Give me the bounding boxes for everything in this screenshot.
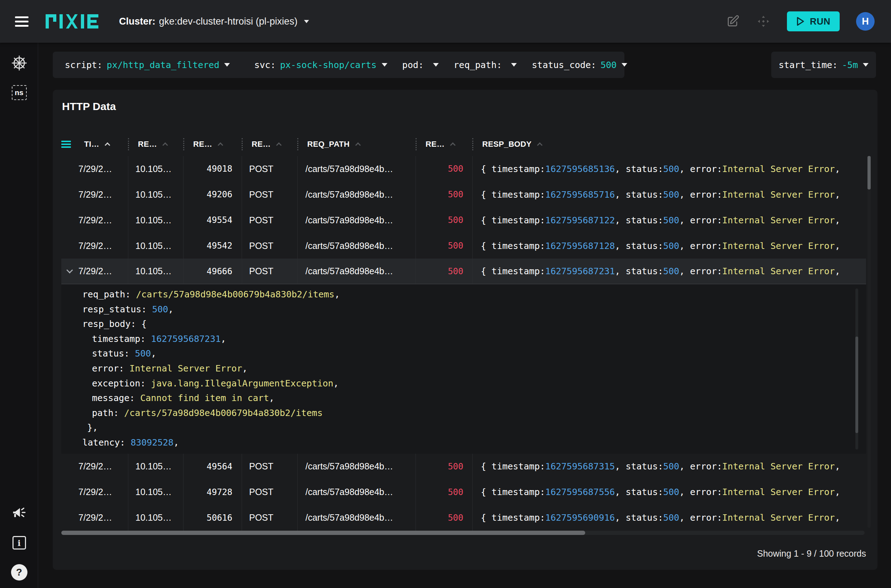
- cell-resp-body: { timestamp: 1627595687315, status: 500,…: [472, 454, 866, 479]
- cell-remote-addr: 10.105…: [128, 182, 183, 207]
- scrollbar-thumb[interactable]: [855, 336, 858, 433]
- announcements-icon[interactable]: [0, 505, 38, 521]
- pod-dropdown[interactable]: pod:: [403, 60, 439, 70]
- status-code-value: 500: [601, 60, 617, 70]
- hamburger-menu-icon[interactable]: [15, 14, 29, 29]
- table-row[interactable]: 7/29/2… 10.105… 49206 POST /carts/57a98d…: [61, 182, 866, 207]
- column-divider[interactable]: [416, 138, 417, 150]
- cell-req-path: /carts/57a98d98e4b…: [297, 233, 416, 259]
- json-number: 1627595687315: [545, 461, 615, 471]
- json-number: 500: [135, 348, 151, 358]
- run-button[interactable]: RUN: [787, 11, 840, 32]
- start-time-dropdown[interactable]: start_time: -5m: [771, 52, 876, 78]
- namespace-icon[interactable]: ns: [0, 85, 38, 100]
- table-row[interactable]: 7/29/2… 10.105… 49018 POST /carts/57a98d…: [61, 156, 866, 182]
- table-vertical-scrollbar[interactable]: [867, 156, 871, 528]
- row-expander[interactable]: [61, 479, 78, 505]
- col-label: RESP_BODY: [482, 140, 531, 149]
- col-header-resp-status[interactable]: RE…: [416, 135, 472, 153]
- detail-line: error: Internal Server Error,: [61, 361, 866, 376]
- chevron-down-icon: [382, 63, 388, 67]
- table-row[interactable]: 7/29/2… 10.105… 49666 POST /carts/57a98d…: [61, 259, 866, 284]
- json-text: , status:: [615, 461, 663, 471]
- avatar[interactable]: H: [856, 12, 874, 31]
- json-number: 500: [663, 513, 679, 523]
- json-number: 500: [663, 461, 679, 471]
- cluster-value: gke:dev-cluster-htroisi (pl-pixies): [159, 16, 298, 27]
- table-row[interactable]: 7/29/2… 10.105… 49554 POST /carts/57a98d…: [61, 207, 866, 233]
- cell-remote-addr: 10.105…: [128, 505, 183, 531]
- column-divider[interactable]: [297, 138, 298, 150]
- cluster-selector[interactable]: Cluster: gke:dev-cluster-htroisi (pl-pix…: [119, 16, 309, 27]
- script-dropdown[interactable]: script: px/http_data_filtered: [65, 60, 230, 70]
- json-text: ,: [334, 289, 340, 300]
- scrollbar-thumb[interactable]: [867, 156, 871, 189]
- records-count: Showing 1 - 9 / 100 records: [757, 549, 866, 559]
- table-menu-icon[interactable]: [61, 135, 78, 153]
- cell-req-method: POST: [242, 505, 297, 531]
- row-expander[interactable]: [61, 233, 78, 259]
- table-row[interactable]: 7/29/2… 10.105… 50616 POST /carts/57a98d…: [61, 505, 866, 531]
- json-text: exception:: [92, 378, 151, 388]
- cell-resp-status: 500: [416, 454, 472, 479]
- widgets-move-icon[interactable]: [756, 14, 771, 28]
- col-header-time[interactable]: TI…: [78, 135, 128, 153]
- json-string: java.lang.IllegalArgumentException: [151, 378, 334, 388]
- cell-time: 7/29/2…: [78, 454, 128, 479]
- cell-resp-status: 500: [416, 156, 472, 182]
- json-text: ,: [835, 266, 840, 276]
- edit-script-icon[interactable]: [726, 14, 740, 28]
- column-divider[interactable]: [472, 138, 473, 150]
- column-divider[interactable]: [183, 138, 184, 150]
- table-row[interactable]: 7/29/2… 10.105… 49728 POST /carts/57a98d…: [61, 479, 866, 505]
- cell-resp-status: 500: [416, 505, 472, 531]
- detail-scrollbar[interactable]: [855, 288, 858, 450]
- req-path-dropdown[interactable]: req_path:: [454, 60, 517, 70]
- scrollbar-thumb[interactable]: [61, 531, 585, 535]
- json-string: Internal Server Error: [722, 189, 835, 200]
- chevron-down-icon[interactable]: [66, 267, 73, 273]
- chevron-down-icon: [511, 63, 517, 67]
- json-text: ,: [151, 348, 156, 358]
- svc-dropdown[interactable]: svc: px-sock-shop/carts: [254, 60, 387, 70]
- col-header-resp-body[interactable]: RESP_BODY: [472, 135, 866, 153]
- json-number: 500: [663, 164, 679, 174]
- col-header-remote-addr[interactable]: RE…: [128, 135, 183, 153]
- json-text: resp_status:: [82, 304, 152, 315]
- row-expander[interactable]: [61, 505, 78, 531]
- cell-resp-status: 500: [416, 207, 472, 233]
- chevron-down-icon: [863, 63, 868, 67]
- json-string: Internal Server Error: [722, 487, 835, 497]
- col-header-req-method[interactable]: RE…: [242, 135, 297, 153]
- cell-resp-status: 500: [416, 233, 472, 259]
- json-string: Internal Server Error: [722, 215, 835, 225]
- json-text: { timestamp:: [481, 241, 545, 251]
- row-expander[interactable]: [61, 182, 78, 207]
- json-text: ,: [835, 189, 840, 200]
- col-header-remote-port[interactable]: RE…: [183, 135, 242, 153]
- help-icon[interactable]: ?: [0, 564, 38, 580]
- json-number: 500: [663, 487, 679, 497]
- row-expander[interactable]: [61, 156, 78, 182]
- cell-remote-port: 49542: [183, 233, 242, 259]
- table-row[interactable]: 7/29/2… 10.105… 49564 POST /carts/57a98d…: [61, 454, 866, 479]
- cell-req-path: /carts/57a98d98e4b…: [297, 156, 416, 182]
- detail-line: req_path: /carts/57a98d98e4b00679b4a830b…: [61, 287, 866, 302]
- info-icon[interactable]: i: [0, 536, 38, 549]
- json-text: ,: [835, 513, 840, 523]
- col-header-req-path[interactable]: REQ_PATH: [297, 135, 416, 153]
- row-expander[interactable]: [61, 259, 78, 284]
- cell-resp-status: 500: [416, 182, 472, 207]
- column-divider[interactable]: [242, 138, 243, 150]
- kubernetes-cluster-icon[interactable]: [0, 54, 38, 72]
- column-divider[interactable]: [128, 138, 129, 150]
- status-code-dropdown[interactable]: status_code: 500: [532, 60, 627, 70]
- cell-time: 7/29/2…: [78, 505, 128, 531]
- row-expander[interactable]: [61, 454, 78, 479]
- json-text: timestamp:: [92, 334, 151, 344]
- table-horizontal-scrollbar[interactable]: [61, 531, 865, 535]
- table-row[interactable]: 7/29/2… 10.105… 49542 POST /carts/57a98d…: [61, 233, 866, 259]
- json-number: 1627595687231: [545, 266, 615, 276]
- cell-remote-port: 49666: [183, 259, 242, 284]
- row-expander[interactable]: [61, 207, 78, 233]
